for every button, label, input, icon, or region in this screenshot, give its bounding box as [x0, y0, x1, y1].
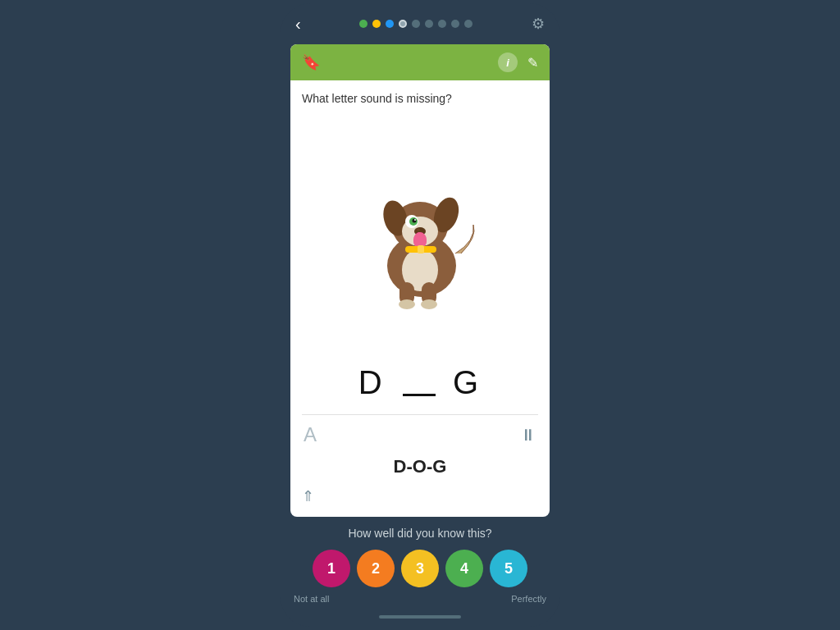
edit-icon[interactable]: ✎: [527, 55, 538, 71]
progress-dot-9: [464, 20, 472, 28]
phone-container: ‹ ⚙ 🔖 i ✎ What letter sound is missing?: [281, 3, 559, 627]
progress-dot-8: [451, 20, 459, 28]
divider: [302, 414, 538, 415]
progress-dot-4: [399, 20, 407, 28]
dog-illustration: [354, 159, 486, 311]
svg-point-12: [413, 218, 417, 222]
pause-icon[interactable]: ⏸: [520, 426, 536, 445]
progress-dots: [359, 20, 472, 28]
top-nav: ‹ ⚙: [281, 3, 559, 44]
rating-button-3[interactable]: 3: [401, 550, 439, 587]
header-icons: i ✎: [498, 52, 538, 72]
rating-label-left: Not at all: [294, 594, 329, 604]
collapse-icon: ⇑: [302, 487, 314, 505]
progress-dot-2: [372, 20, 381, 28]
word-blank: [403, 394, 436, 396]
progress-dot-5: [412, 20, 420, 28]
progress-dot-3: [386, 20, 394, 28]
rating-labels: Not at all Perfectly: [290, 594, 550, 604]
rating-label-right: Perfectly: [511, 594, 546, 604]
bottom-indicator: [379, 615, 461, 619]
progress-dot-1: [359, 20, 368, 28]
card-content: What letter sound is missing?: [290, 80, 550, 517]
word-letter-d: D: [358, 364, 386, 400]
bottom-bar: [281, 610, 559, 627]
dog-image: [302, 112, 538, 358]
bookmark-icon[interactable]: 🔖: [302, 53, 320, 71]
phonetic-text: D-O-G: [302, 456, 538, 477]
progress-dot-6: [425, 20, 433, 28]
word-letter-g: G: [453, 364, 482, 400]
rating-buttons: 12345: [290, 550, 550, 587]
audio-bar: A ⏸: [302, 418, 538, 451]
progress-dot-7: [438, 20, 446, 28]
rating-button-5[interactable]: 5: [490, 550, 527, 587]
svg-rect-19: [418, 245, 424, 253]
word-display: D G: [302, 364, 538, 401]
svg-point-15: [417, 228, 420, 231]
info-icon[interactable]: i: [498, 52, 518, 72]
svg-point-5: [421, 299, 437, 309]
expand-arrows[interactable]: ⇑: [302, 484, 538, 505]
card-header: 🔖 i ✎: [290, 44, 550, 80]
svg-point-13: [414, 219, 416, 221]
svg-point-4: [399, 299, 415, 309]
back-button[interactable]: ‹: [295, 16, 301, 32]
flashcard: 🔖 i ✎ What letter sound is missing?: [290, 44, 550, 517]
rating-button-1[interactable]: 1: [313, 550, 350, 587]
rating-section: How well did you know this? 12345 Not at…: [281, 517, 559, 610]
rating-question: How well did you know this?: [290, 527, 550, 540]
rating-button-4[interactable]: 4: [445, 550, 483, 587]
settings-icon[interactable]: ⚙: [532, 15, 545, 33]
audio-letter[interactable]: A: [304, 423, 317, 446]
question-text: What letter sound is missing?: [302, 92, 538, 105]
rating-button-2[interactable]: 2: [357, 550, 395, 587]
